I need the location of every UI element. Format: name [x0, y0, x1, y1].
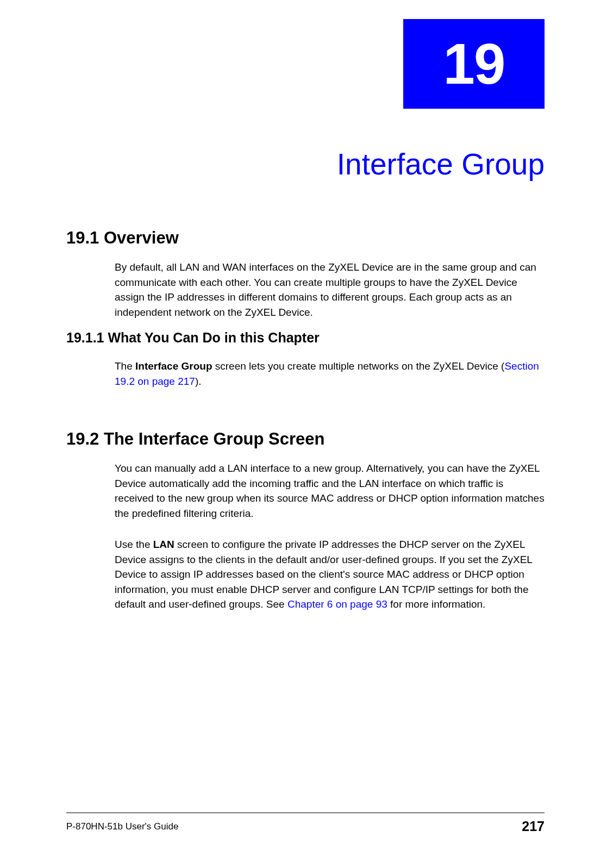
text-fragment: for more information.: [387, 598, 486, 610]
text-fragment: ).: [195, 376, 202, 387]
text-bold: LAN: [153, 539, 174, 550]
cross-reference-link[interactable]: Chapter 6 on page 93: [287, 598, 387, 610]
section-heading-19-2: 19.2 The Interface Group Screen: [66, 429, 545, 449]
text-fragment: The: [115, 360, 135, 372]
footer-guide-title: P-870HN-51b User's Guide: [66, 821, 178, 832]
section-body-19-2-p2: Use the LAN screen to configure the priv…: [115, 537, 545, 612]
section-body-19-1: By default, all LAN and WAN interfaces o…: [115, 260, 545, 320]
document-page: 19 Interface Group 19.1 Overview By defa…: [0, 0, 613, 868]
section-heading-19-1: 19.1 Overview: [66, 228, 545, 248]
section-body-19-2-p1: You can manually add a LAN interface to …: [115, 461, 545, 521]
page-footer: P-870HN-51b User's Guide 217: [66, 813, 545, 834]
text-fragment: screen lets you create multiple networks…: [212, 360, 505, 372]
text-fragment: Use the: [115, 539, 153, 550]
text-bold: Interface Group: [135, 360, 212, 372]
section-body-19-1-1: The Interface Group screen lets you crea…: [115, 359, 545, 389]
chapter-number: 19: [443, 32, 505, 97]
section-heading-19-1-1: 19.1.1 What You Can Do in this Chapter: [66, 330, 545, 346]
chapter-number-box: 19: [403, 19, 545, 109]
footer-page-number: 217: [522, 819, 545, 834]
chapter-title: Interface Group: [337, 147, 545, 182]
